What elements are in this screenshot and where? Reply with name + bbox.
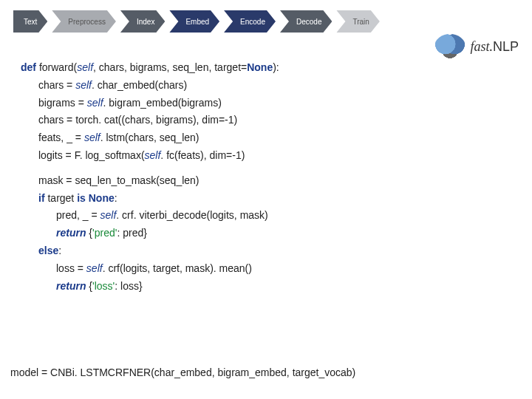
brain-icon: [434, 34, 466, 59]
code-line: logits = F. log_softmax(self. fc(feats),…: [38, 147, 279, 165]
step-index: Index: [120, 10, 165, 33]
code-line-return: return {'loss': loss}: [56, 278, 279, 296]
model-instantiation: model = CNBi. LSTMCRFNER(char_embed, big…: [10, 366, 355, 378]
step-text: Text: [13, 10, 47, 33]
code-line: chars = torch. cat((chars, bigrams), dim…: [38, 112, 279, 129]
pipeline-chevrons: Text Preprocess Index Embed Encode Decod…: [0, 0, 532, 33]
code-line: pred, _ = self. crf. viterbi_decode(logi…: [56, 207, 279, 225]
code-line-if: if target is None:: [38, 190, 279, 208]
step-decode: Decode: [280, 10, 332, 33]
code-line: loss = self. crf(logits, target, mask). …: [56, 260, 279, 278]
code-block: def forward(self, chars, bigrams, seq_le…: [21, 59, 279, 295]
step-preprocess: Preprocess: [52, 10, 116, 33]
brand-fast: fast.: [470, 39, 493, 54]
code-line-def: def forward(self, chars, bigrams, seq_le…: [21, 59, 279, 77]
brand-text: fast.NLP: [470, 39, 519, 55]
code-line: bigrams = self. bigram_embed(bigrams): [38, 95, 279, 112]
code-line-else: else:: [38, 242, 279, 260]
step-embed: Embed: [169, 10, 219, 33]
step-train: Train: [336, 10, 379, 33]
code-line: feats, _ = self. lstm(chars, seq_len): [38, 129, 279, 147]
brand-logo: fast.NLP: [434, 34, 519, 59]
brand-nlp: NLP: [493, 39, 519, 54]
code-line: chars = self. char_embed(chars): [38, 77, 279, 95]
step-encode: Encode: [224, 10, 276, 33]
code-line: mask = seq_len_to_mask(seq_len): [38, 172, 279, 190]
code-line-return: return {'pred': pred}: [56, 225, 279, 242]
